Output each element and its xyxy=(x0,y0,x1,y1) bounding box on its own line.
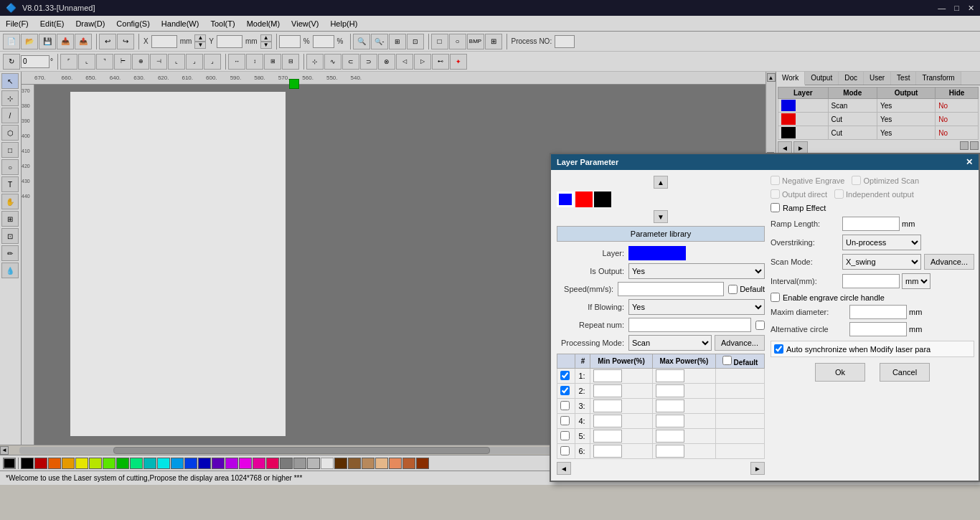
is-output-label: Is Output: xyxy=(557,267,628,275)
power-row-2: 2: 20 30 xyxy=(557,384,765,399)
nav-down-btn[interactable]: ▼ xyxy=(654,210,668,223)
ramp-effect-label: Ramp Effect xyxy=(783,204,826,212)
layer-dialog: Layer Parameter ✕ ▲ ▼ Parameter libr xyxy=(550,153,980,482)
indep-output-label: Independent output xyxy=(846,190,914,199)
is-output-row: Is Output: YesNo xyxy=(557,263,765,279)
dialog-buttons: Ok Cancel xyxy=(771,363,974,382)
circle-enable-check[interactable] xyxy=(771,293,780,302)
overstriking-label: Overstriking: xyxy=(771,238,842,247)
proc-mode-select[interactable]: ScanCutEngrave xyxy=(628,335,712,351)
pw4-max[interactable]: 30 xyxy=(656,415,684,427)
repeat-input[interactable]: 1 xyxy=(628,318,751,332)
maxim-input[interactable]: 0.100 xyxy=(849,305,907,319)
scan-mode-select[interactable]: X_swingY_swingX_unidirectional xyxy=(842,254,921,270)
pw1-num: 1: xyxy=(575,369,590,384)
alt-circle-label: Alternative circle xyxy=(771,325,849,334)
output-direct-label: Output direct xyxy=(782,190,827,199)
pw2-check[interactable] xyxy=(560,386,570,395)
auto-sync-check[interactable] xyxy=(774,344,783,354)
pw2-min[interactable]: 20 xyxy=(593,384,622,397)
dialog-content: ▲ ▼ Parameter library Layer: xyxy=(551,170,979,481)
pw-col-default: Default xyxy=(716,354,765,369)
swatch-red[interactable] xyxy=(575,192,593,207)
proc-mode-label: Processing Mode: xyxy=(557,339,628,347)
interval-label: Interval(mm): xyxy=(771,277,842,285)
pw2-max[interactable]: 30 xyxy=(656,384,684,397)
pw6-num: 6: xyxy=(575,444,590,459)
pw3-max[interactable]: 30 xyxy=(656,400,684,412)
ramp-effect-check[interactable] xyxy=(771,203,780,212)
power-row-1: 1: 20 30 xyxy=(557,369,765,384)
pw5-check[interactable] xyxy=(560,431,570,440)
pw6-min[interactable]: 20 xyxy=(593,445,622,458)
pw5-max[interactable]: 30 xyxy=(656,430,684,443)
alt-unit: mm xyxy=(909,325,922,334)
speed-input[interactable]: 100 xyxy=(618,282,724,296)
scan-mode-label: Scan Mode: xyxy=(771,257,842,266)
pw3-min[interactable]: 20 xyxy=(593,400,622,412)
power-row-3: 3: 20 30 xyxy=(557,399,765,414)
pw3-check[interactable] xyxy=(560,401,570,410)
pw4-min[interactable]: 20 xyxy=(593,415,622,427)
pw1-min[interactable]: 20 xyxy=(593,369,622,382)
top-checks2: Output direct Independent output xyxy=(771,189,974,199)
swatch-black[interactable] xyxy=(594,192,611,207)
pw-default-check[interactable] xyxy=(722,356,732,365)
neg-engrave-check xyxy=(771,176,780,185)
repeat-check[interactable] xyxy=(755,321,765,330)
ramp-length-row: Ramp Length: 0 mm xyxy=(771,217,974,231)
dlg-nav-right[interactable]: ► xyxy=(750,462,765,475)
interval-unit-select[interactable]: mminch xyxy=(902,273,930,289)
interval-input[interactable]: 0.1000 xyxy=(842,274,900,288)
pw5-min[interactable]: 20 xyxy=(593,430,622,443)
auto-sync-label: Auto synchronize when Modify laser para xyxy=(786,345,930,354)
blowing-select[interactable]: YesNo xyxy=(628,299,765,315)
overstriking-row: Overstriking: Un-processProcess xyxy=(771,235,974,250)
nav-up-btn[interactable]: ▲ xyxy=(654,176,668,189)
dialog-right-panel: Negative Engrave Optimized Scan Output d… xyxy=(771,176,974,475)
pw3-num: 3: xyxy=(575,399,590,414)
pw1-check[interactable] xyxy=(560,371,570,380)
pw4-num: 4: xyxy=(575,414,590,429)
interval-row: Interval(mm): 0.1000 mminch xyxy=(771,273,974,289)
cancel-btn[interactable]: Cancel xyxy=(880,363,930,382)
pw6-max[interactable]: 30 xyxy=(656,445,684,458)
dlg-nav-left[interactable]: ◄ xyxy=(557,462,571,475)
alt-circle-row: Alternative circle 0.100 mm xyxy=(771,322,974,336)
is-output-select[interactable]: YesNo xyxy=(628,263,765,279)
pw4-check[interactable] xyxy=(560,416,570,425)
ramp-length-label: Ramp Length: xyxy=(771,219,842,228)
pw1-max[interactable]: 30 xyxy=(656,369,684,382)
auto-sync-row: Auto synchronize when Modify laser para xyxy=(771,341,974,357)
ramp-unit: mm xyxy=(902,219,915,228)
pw6-check[interactable] xyxy=(560,446,570,455)
pw2-num: 2: xyxy=(575,384,590,399)
output-direct-check xyxy=(771,189,780,199)
power-row-4: 4: 20 30 xyxy=(557,414,765,429)
top-checks: Negative Engrave Optimized Scan xyxy=(771,176,974,185)
dialog-overlay: Layer Parameter ✕ ▲ ▼ Parameter libr xyxy=(0,0,980,520)
indep-output-check xyxy=(834,189,844,199)
advance-right-btn[interactable]: Advance... xyxy=(924,254,974,270)
maxim-label: Maxim diameter: xyxy=(771,308,849,316)
speed-row: Speed(mm/s): 100 Default xyxy=(557,282,765,296)
default-label: Default xyxy=(740,285,765,293)
dialog-title: Layer Parameter xyxy=(557,158,618,166)
layer-swatches xyxy=(557,192,765,207)
overstriking-select[interactable]: Un-processProcess xyxy=(842,235,921,250)
alt-circle-input[interactable]: 0.100 xyxy=(849,322,907,336)
advance-left-btn[interactable]: Advance... xyxy=(715,335,765,351)
opt-scan-check xyxy=(852,176,861,185)
neg-engrave-label: Negative Engrave xyxy=(782,176,844,185)
swatch-blue[interactable] xyxy=(557,192,574,207)
scan-mode-row: Scan Mode: X_swingY_swingX_unidirectiona… xyxy=(771,254,974,270)
default-check[interactable] xyxy=(728,285,738,294)
ramp-effect-row: Ramp Effect xyxy=(771,203,974,212)
pw-col-min: Min Power(%) xyxy=(590,354,652,369)
ramp-length-input[interactable]: 0 xyxy=(842,217,900,231)
layer-form-label: Layer: xyxy=(557,249,628,257)
opt-scan-label: Optimized Scan xyxy=(863,176,919,185)
blowing-row: If Blowing: YesNo xyxy=(557,299,765,315)
ok-btn[interactable]: Ok xyxy=(815,363,865,382)
dialog-close-btn[interactable]: ✕ xyxy=(966,157,973,167)
